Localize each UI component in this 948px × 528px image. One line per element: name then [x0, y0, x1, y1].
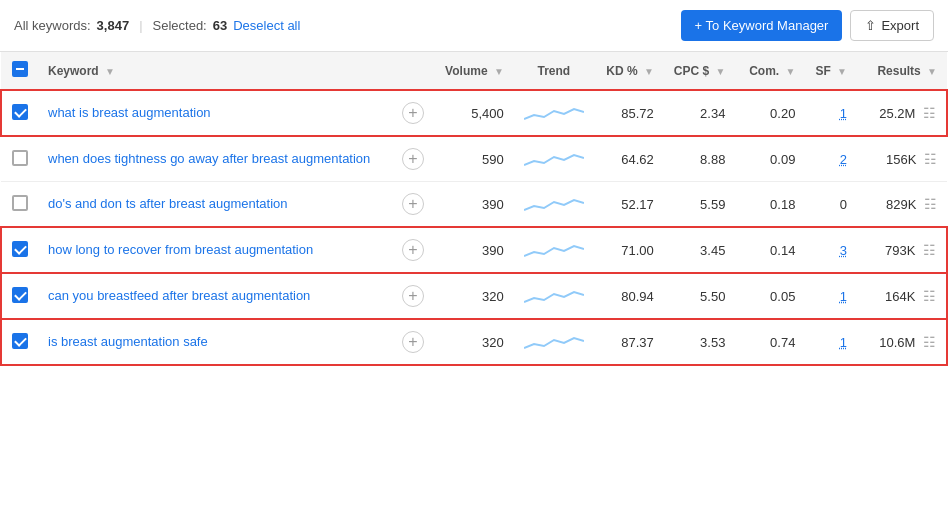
add-keyword-button[interactable]: +	[402, 285, 424, 307]
row-results: 156K ☷	[857, 136, 947, 182]
row-volume: 590	[434, 136, 514, 182]
row-volume: 390	[434, 227, 514, 273]
row-add-cell[interactable]: +	[392, 319, 434, 365]
add-keyword-button[interactable]: +	[402, 239, 424, 261]
row-add-cell[interactable]: +	[392, 182, 434, 228]
row-com: 0.18	[735, 182, 805, 228]
keyword-filter-icon[interactable]: ▼	[105, 66, 115, 77]
kd-filter-icon[interactable]: ▼	[644, 66, 654, 77]
table-row: how long to recover from breast augmenta…	[1, 227, 947, 273]
row-sf: 1	[805, 273, 857, 319]
row-trend	[514, 182, 594, 228]
row-volume: 320	[434, 273, 514, 319]
row-checkbox[interactable]	[12, 195, 28, 211]
sf-link[interactable]: 3	[840, 243, 847, 258]
row-checkbox-cell[interactable]	[1, 136, 38, 182]
row-checkbox-cell[interactable]	[1, 273, 38, 319]
table-row: when does tightness go away after breast…	[1, 136, 947, 182]
keyword-manager-button[interactable]: + To Keyword Manager	[681, 10, 843, 41]
header-cpc: CPC $ ▼	[664, 52, 736, 90]
sf-link[interactable]: 1	[840, 289, 847, 304]
row-volume: 390	[434, 182, 514, 228]
row-trend	[514, 90, 594, 136]
sf-filter-icon[interactable]: ▼	[837, 66, 847, 77]
keyword-link[interactable]: when does tightness go away after breast…	[48, 151, 370, 166]
row-add-cell[interactable]: +	[392, 273, 434, 319]
header-com: Com. ▼	[735, 52, 805, 90]
cpc-filter-icon[interactable]: ▼	[716, 66, 726, 77]
sf-link[interactable]: 2	[840, 152, 847, 167]
row-keyword-cell: can you breastfeed after breast augmenta…	[38, 273, 392, 319]
header-kd: KD % ▼	[594, 52, 664, 90]
export-icon: ⇧	[865, 18, 876, 33]
keyword-link[interactable]: how long to recover from breast augmenta…	[48, 242, 313, 257]
keyword-link[interactable]: is breast augmentation safe	[48, 334, 208, 349]
row-add-cell[interactable]: +	[392, 136, 434, 182]
row-sf: 1	[805, 90, 857, 136]
results-filter-icon[interactable]: ▼	[927, 66, 937, 77]
sf-link[interactable]: 1	[840, 106, 847, 121]
sf-link[interactable]: 1	[840, 335, 847, 350]
com-filter-icon[interactable]: ▼	[786, 66, 796, 77]
row-checkbox-cell[interactable]	[1, 227, 38, 273]
row-com: 0.05	[735, 273, 805, 319]
row-results: 25.2M ☷	[857, 90, 947, 136]
volume-filter-icon[interactable]: ▼	[494, 66, 504, 77]
export-label: Export	[881, 18, 919, 33]
header-trend: Trend	[514, 52, 594, 90]
row-add-cell[interactable]: +	[392, 90, 434, 136]
row-cpc: 3.53	[664, 319, 736, 365]
row-checkbox[interactable]	[12, 333, 28, 349]
row-checkbox[interactable]	[12, 104, 28, 120]
add-keyword-button[interactable]: +	[402, 102, 424, 124]
row-checkbox[interactable]	[12, 241, 28, 257]
header-sf: SF ▼	[805, 52, 857, 90]
row-results: 10.6M ☷	[857, 319, 947, 365]
add-keyword-button[interactable]: +	[402, 193, 424, 215]
row-cpc: 3.45	[664, 227, 736, 273]
row-kd: 52.17	[594, 182, 664, 228]
header-results: Results ▼	[857, 52, 947, 90]
add-keyword-button[interactable]: +	[402, 331, 424, 353]
row-checkbox[interactable]	[12, 287, 28, 303]
select-all-checkbox[interactable]	[12, 61, 28, 77]
row-kd: 80.94	[594, 273, 664, 319]
keyword-manager-label: + To Keyword Manager	[695, 18, 829, 33]
row-sf: 2	[805, 136, 857, 182]
row-checkbox-cell[interactable]	[1, 90, 38, 136]
row-keyword-cell: when does tightness go away after breast…	[38, 136, 392, 182]
row-checkbox-cell[interactable]	[1, 319, 38, 365]
row-cpc: 5.59	[664, 182, 736, 228]
row-volume: 320	[434, 319, 514, 365]
export-button[interactable]: ⇧ Export	[850, 10, 934, 41]
all-keywords-count: 3,847	[97, 18, 130, 33]
keyword-link[interactable]: can you breastfeed after breast augmenta…	[48, 288, 310, 303]
results-icon: ☷	[923, 334, 936, 350]
separator: |	[139, 18, 142, 33]
table-row: what is breast augmentation + 5,400 85.7…	[1, 90, 947, 136]
header-checkbox-cell[interactable]	[1, 52, 38, 90]
row-com: 0.20	[735, 90, 805, 136]
add-keyword-button[interactable]: +	[402, 148, 424, 170]
row-kd: 87.37	[594, 319, 664, 365]
header-keyword: Keyword ▼	[38, 52, 392, 90]
row-kd: 64.62	[594, 136, 664, 182]
table-row: can you breastfeed after breast augmenta…	[1, 273, 947, 319]
row-checkbox-cell[interactable]	[1, 182, 38, 228]
top-bar-left: All keywords: 3,847 | Selected: 63 Desel…	[14, 18, 671, 33]
row-volume: 5,400	[434, 90, 514, 136]
row-keyword-cell: how long to recover from breast augmenta…	[38, 227, 392, 273]
keyword-link[interactable]: what is breast augmentation	[48, 105, 211, 120]
deselect-all-link[interactable]: Deselect all	[233, 18, 300, 33]
row-checkbox[interactable]	[12, 150, 28, 166]
row-com: 0.74	[735, 319, 805, 365]
results-icon: ☷	[923, 105, 936, 121]
keyword-link[interactable]: do's and don ts after breast augmentatio…	[48, 196, 288, 211]
row-trend	[514, 319, 594, 365]
sf-value: 0	[840, 197, 847, 212]
results-icon: ☷	[924, 196, 937, 212]
row-add-cell[interactable]: +	[392, 227, 434, 273]
row-kd: 85.72	[594, 90, 664, 136]
row-trend	[514, 227, 594, 273]
table-row: is breast augmentation safe + 320 87.37 …	[1, 319, 947, 365]
